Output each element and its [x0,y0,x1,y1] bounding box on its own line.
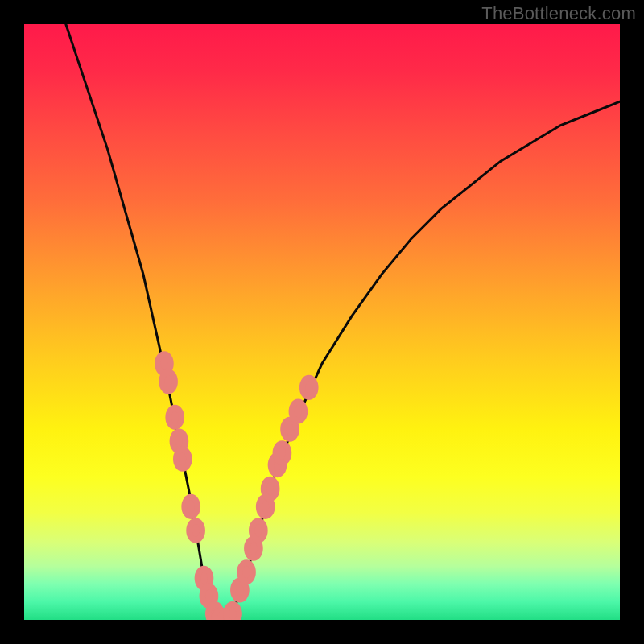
bottleneck-curve [66,24,620,620]
curve-marker [226,605,239,620]
curve-marker [303,378,316,398]
curve-marker [291,402,304,421]
curve-marker [184,497,197,517]
curve-marker [240,563,253,582]
curve-svg [24,24,620,620]
curve-marker [176,449,189,469]
curve-marker [252,521,265,540]
plot-area [24,24,620,620]
watermark-text: TheBottleneck.com [481,3,636,24]
chart-frame: TheBottleneck.com [0,0,644,644]
curve-marker [263,479,276,498]
curve-marker [275,444,288,463]
curve-marker [168,408,181,427]
curve-marker [162,372,175,391]
curve-markers [158,354,316,620]
curve-marker [189,521,202,540]
